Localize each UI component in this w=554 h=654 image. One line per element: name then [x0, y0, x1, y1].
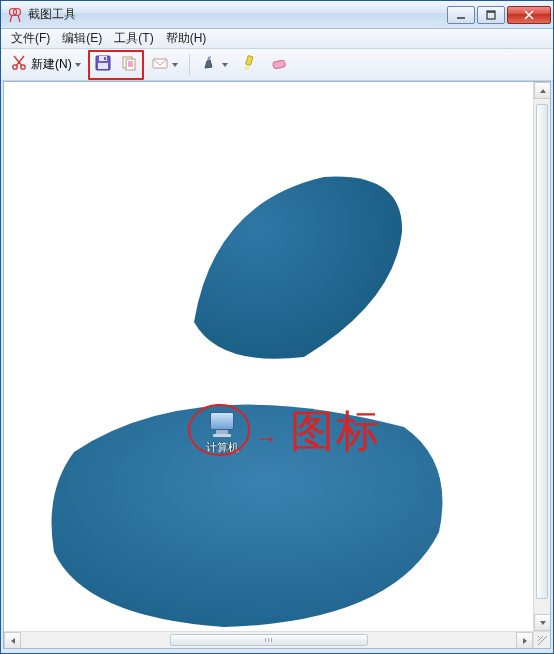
scroll-down-button[interactable]: [534, 614, 551, 631]
envelope-icon: [151, 54, 169, 76]
copy-button[interactable]: [116, 52, 142, 78]
pen-icon: [201, 54, 219, 76]
window-title: 截图工具: [28, 6, 445, 23]
status-strip: [1, 649, 553, 653]
email-button[interactable]: [146, 52, 183, 78]
vertical-scrollbar[interactable]: [533, 82, 550, 631]
window-buttons: [445, 6, 551, 24]
canvas-viewport[interactable]: 计算机 → 图标: [4, 82, 550, 648]
scroll-up-button[interactable]: [534, 82, 551, 99]
new-snip-button[interactable]: 新建(N): [5, 52, 86, 78]
eraser-button[interactable]: [265, 52, 293, 78]
maximize-button[interactable]: [477, 6, 505, 24]
chevron-down-icon: [172, 63, 178, 67]
floppy-disk-icon: [94, 54, 112, 76]
canvas-area: 计算机 → 图标: [3, 81, 551, 649]
copy-icon: [120, 54, 138, 76]
annotation-arrow: →: [254, 424, 278, 452]
menubar: 文件(F) 编辑(E) 工具(T) 帮助(H): [1, 29, 553, 49]
annotation-highlight-save-copy: [88, 50, 144, 80]
svg-rect-22: [245, 55, 253, 65]
highlighter-button[interactable]: [235, 52, 263, 78]
titlebar: 截图工具: [1, 1, 553, 29]
hscroll-track[interactable]: [21, 632, 516, 648]
chevron-down-icon: [222, 63, 228, 67]
scroll-right-button[interactable]: [516, 632, 533, 649]
blue-shape-top: [194, 172, 404, 362]
svg-rect-14: [104, 57, 106, 60]
menu-file[interactable]: 文件(F): [5, 29, 56, 48]
vscroll-thumb[interactable]: [536, 104, 548, 598]
menu-edit[interactable]: 编辑(E): [56, 29, 108, 48]
menu-tools[interactable]: 工具(T): [108, 29, 159, 48]
eraser-icon: [270, 54, 288, 76]
chevron-down-icon: [75, 63, 81, 67]
toolbar-separator: [189, 54, 190, 76]
save-button[interactable]: [90, 52, 116, 78]
vscroll-track[interactable]: [534, 99, 550, 614]
blue-shape-bottom: [44, 382, 454, 632]
svg-point-2: [14, 14, 16, 16]
svg-rect-15: [98, 63, 108, 69]
menu-help[interactable]: 帮助(H): [160, 29, 213, 48]
annotation-text: 图标: [290, 402, 382, 461]
resize-grip[interactable]: [533, 631, 550, 648]
close-button[interactable]: [507, 6, 551, 24]
horizontal-scrollbar[interactable]: [4, 631, 533, 648]
new-snip-label: 新建(N): [31, 56, 72, 73]
app-icon: [7, 7, 23, 23]
svg-rect-23: [272, 59, 285, 68]
scissors-icon: [10, 54, 28, 76]
minimize-button[interactable]: [447, 6, 475, 24]
snip-content: 计算机 → 图标: [4, 82, 534, 642]
app-window: 截图工具 文件(F) 编辑(E) 工具(T) 帮助(H) 新建(N): [0, 0, 554, 654]
toolbar: 新建(N): [1, 49, 553, 81]
highlighter-icon: [240, 54, 258, 76]
hscroll-thumb[interactable]: [170, 634, 368, 646]
pen-button[interactable]: [196, 52, 233, 78]
scroll-left-button[interactable]: [4, 632, 21, 649]
